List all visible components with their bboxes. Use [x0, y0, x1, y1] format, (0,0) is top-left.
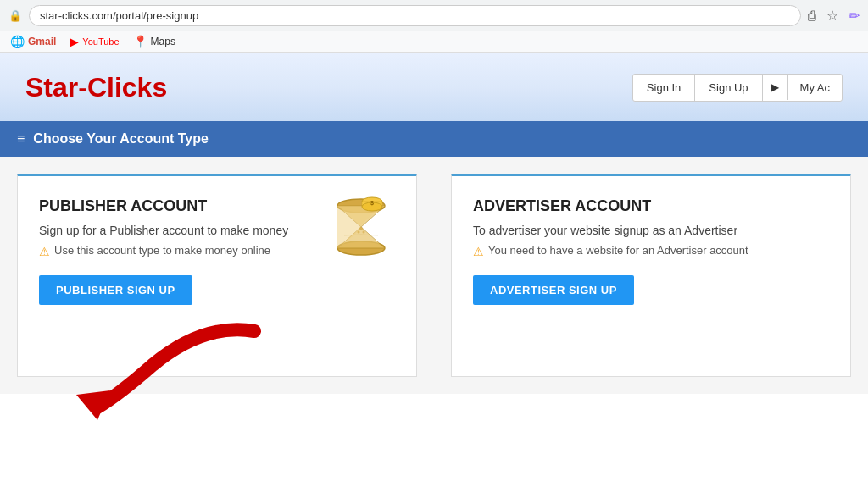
section-title: Choose Your Account Type [33, 131, 209, 147]
youtube-icon: ▶ [70, 35, 79, 48]
cards-wrapper: PUBLISHER ACCOUNT $ [0, 157, 868, 394]
cards-area: PUBLISHER ACCOUNT $ [0, 157, 868, 394]
bookmark-star-icon[interactable]: ☆ [826, 8, 838, 24]
signup-link[interactable]: Sign Up [695, 75, 762, 101]
publisher-signup-button[interactable]: PUBLISHER SIGN UP [39, 275, 192, 305]
publisher-note-icon: ⚠ [39, 245, 50, 258]
maps-label: Maps [151, 36, 175, 47]
publisher-note-text: Use this account type to make money onli… [54, 244, 270, 257]
signin-link[interactable]: Sign In [633, 75, 695, 101]
advertiser-card-title: ADVERTISER ACCOUNT [473, 197, 829, 215]
advertiser-note-text: You need to have a website for an Advert… [488, 244, 748, 257]
share-icon[interactable]: ⎙ [808, 8, 816, 24]
bookmark-youtube[interactable]: ▶ YouTube [70, 35, 119, 48]
svg-point-6 [359, 227, 363, 230]
bookmark-maps[interactable]: 📍 Maps [133, 35, 175, 48]
advertiser-signup-button[interactable]: ADVERTISER SIGN UP [473, 275, 634, 305]
bookmarks-bar: 🌐 Gmail ▶ YouTube 📍 Maps [0, 31, 868, 53]
extension-icon[interactable]: ✏ [849, 8, 860, 24]
svg-marker-9 [76, 390, 110, 420]
youtube-label: YouTube [82, 36, 119, 47]
section-icon: ≡ [17, 131, 25, 147]
browser-icons: ⎙ ☆ ✏ [808, 8, 860, 24]
maps-icon: 📍 [133, 35, 147, 48]
nav-arrow-icon[interactable]: ▶ [763, 75, 788, 100]
svg-point-8 [363, 231, 365, 234]
browser-chrome: 🔒 star-clicks.com/portal/pre-signup ⎙ ☆ … [0, 0, 868, 53]
publisher-card-icon: $ [323, 193, 399, 264]
svg-text:$: $ [370, 200, 374, 207]
advertiser-note-icon: ⚠ [473, 245, 484, 258]
my-account-link[interactable]: My Ac [788, 75, 842, 101]
site-header: Star-Clicks Sign In Sign Up ▶ My Ac [0, 53, 868, 121]
advertiser-card: ADVERTISER ACCOUNT To advertiser your we… [451, 174, 851, 377]
gmail-label: Gmail [28, 36, 56, 47]
google-icon: 🌐 [10, 35, 25, 48]
address-bar-row: 🔒 star-clicks.com/portal/pre-signup ⎙ ☆ … [0, 0, 868, 31]
section-header: ≡ Choose Your Account Type [0, 121, 868, 157]
svg-point-7 [358, 231, 360, 234]
site-logo: Star-Clicks [25, 72, 167, 103]
bookmark-gmail[interactable]: 🌐 Gmail [10, 35, 56, 48]
advertiser-card-desc: To advertiser your website signup as an … [473, 224, 829, 237]
lock-icon: 🔒 [8, 9, 22, 22]
publisher-card: PUBLISHER ACCOUNT $ [17, 174, 417, 377]
advertiser-card-note: ⚠ You need to have a website for an Adve… [473, 244, 829, 258]
header-nav: Sign In Sign Up ▶ My Ac [632, 74, 843, 102]
address-bar[interactable]: star-clicks.com/portal/pre-signup [29, 5, 801, 26]
address-text: star-clicks.com/portal/pre-signup [40, 9, 790, 22]
